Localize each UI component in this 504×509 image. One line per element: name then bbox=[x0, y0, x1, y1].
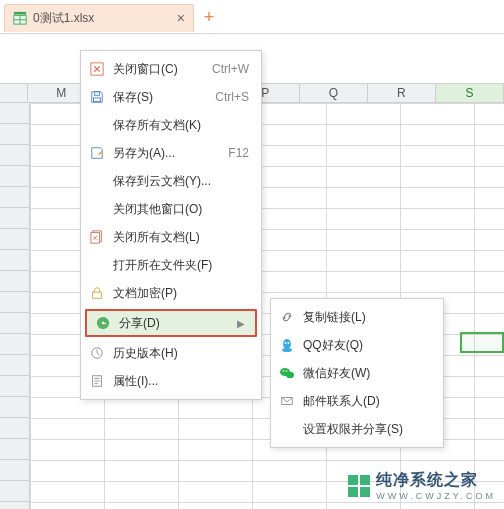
submenu-item-qq[interactable]: QQ好友(Q) bbox=[271, 331, 443, 359]
submenu-item-permissions[interactable]: 设置权限并分享(S) bbox=[271, 415, 443, 443]
tab-bar: 0测试1.xlsx × + bbox=[0, 0, 504, 34]
document-tab[interactable]: 0测试1.xlsx × bbox=[4, 4, 194, 32]
watermark-logo-icon bbox=[348, 475, 370, 497]
menu-label: 关闭窗口(C) bbox=[113, 61, 204, 78]
save-as-icon bbox=[89, 145, 105, 161]
submenu-item-mail[interactable]: 邮件联系人(D) bbox=[271, 387, 443, 415]
save-icon bbox=[89, 89, 105, 105]
menu-item-save-cloud[interactable]: 保存到云文档(Y)... bbox=[81, 167, 261, 195]
svg-point-16 bbox=[283, 339, 291, 349]
svg-point-18 bbox=[285, 342, 287, 344]
watermark-brand: 纯净系统之家 bbox=[376, 470, 496, 491]
svg-rect-6 bbox=[94, 98, 101, 102]
menu-item-close-window[interactable]: 关闭窗口(C) Ctrl+W bbox=[81, 55, 261, 83]
menu-item-close-all[interactable]: 关闭所有文档(L) bbox=[81, 223, 261, 251]
menu-item-close-others[interactable]: 关闭其他窗口(O) bbox=[81, 195, 261, 223]
active-cell-outline bbox=[460, 332, 504, 353]
menu-label: 微信好友(W) bbox=[303, 365, 435, 382]
menu-label: 属性(I)... bbox=[113, 373, 253, 390]
tab-title: 0测试1.xlsx bbox=[33, 10, 171, 27]
menu-label: 设置权限并分享(S) bbox=[303, 421, 435, 438]
new-tab-button[interactable]: + bbox=[200, 8, 218, 26]
row-headers bbox=[0, 103, 30, 509]
select-all-corner[interactable] bbox=[0, 84, 28, 102]
menu-label: 保存(S) bbox=[113, 89, 207, 106]
history-icon bbox=[89, 345, 105, 361]
menu-label: 关闭所有文档(L) bbox=[113, 229, 253, 246]
menu-item-properties[interactable]: 属性(I)... bbox=[81, 367, 261, 395]
menu-label: 历史版本(H) bbox=[113, 345, 253, 362]
link-icon bbox=[279, 309, 295, 325]
mail-icon bbox=[279, 393, 295, 409]
watermark-url: WWW.CWJZY.COM bbox=[376, 491, 496, 501]
svg-point-17 bbox=[282, 348, 292, 352]
svg-point-19 bbox=[288, 342, 290, 344]
menu-item-save-all[interactable]: 保存所有文档(K) bbox=[81, 111, 261, 139]
svg-point-21 bbox=[286, 372, 294, 378]
svg-rect-9 bbox=[93, 292, 102, 298]
svg-rect-0 bbox=[14, 12, 26, 15]
menu-accelerator: Ctrl+W bbox=[212, 62, 253, 76]
menu-label: 文档加密(P) bbox=[113, 285, 253, 302]
submenu-item-wechat[interactable]: 微信好友(W) bbox=[271, 359, 443, 387]
share-icon bbox=[95, 315, 111, 331]
svg-rect-5 bbox=[94, 92, 99, 96]
tab-context-menu: 关闭窗口(C) Ctrl+W 保存(S) Ctrl+S 保存所有文档(K) 另存… bbox=[80, 50, 262, 400]
menu-item-share[interactable]: 分享(D) ▶ bbox=[85, 309, 257, 337]
close-all-icon bbox=[89, 229, 105, 245]
menu-label: 另存为(A)... bbox=[113, 145, 220, 162]
submenu-arrow-icon: ▶ bbox=[237, 318, 247, 329]
menu-item-encrypt[interactable]: 文档加密(P) bbox=[81, 279, 261, 307]
menu-label: 打开所在文件夹(F) bbox=[113, 257, 253, 274]
watermark: 纯净系统之家 WWW.CWJZY.COM bbox=[348, 470, 496, 501]
col-header[interactable]: Q bbox=[300, 84, 368, 102]
menu-label: 复制链接(L) bbox=[303, 309, 435, 326]
svg-point-22 bbox=[283, 370, 285, 372]
close-x-icon bbox=[89, 61, 105, 77]
col-header-selected[interactable]: S bbox=[436, 84, 504, 102]
submenu-item-copy-link[interactable]: 复制链接(L) bbox=[271, 303, 443, 331]
spreadsheet-file-icon bbox=[13, 11, 27, 25]
menu-item-save-as[interactable]: 另存为(A)... F12 bbox=[81, 139, 261, 167]
properties-icon bbox=[89, 373, 105, 389]
menu-label: 关闭其他窗口(O) bbox=[113, 201, 253, 218]
lock-icon bbox=[89, 285, 105, 301]
menu-item-history[interactable]: 历史版本(H) bbox=[81, 339, 261, 367]
menu-item-open-folder[interactable]: 打开所在文件夹(F) bbox=[81, 251, 261, 279]
share-submenu: 复制链接(L) QQ好友(Q) 微信好友(W) 邮件联系人(D) 设置权限并分享… bbox=[270, 298, 444, 448]
svg-point-23 bbox=[286, 370, 288, 372]
qq-icon bbox=[279, 337, 295, 353]
menu-label: QQ好友(Q) bbox=[303, 337, 435, 354]
menu-label: 邮件联系人(D) bbox=[303, 393, 435, 410]
menu-accelerator: F12 bbox=[228, 146, 253, 160]
menu-label: 保存所有文档(K) bbox=[113, 117, 253, 134]
menu-label: 保存到云文档(Y)... bbox=[113, 173, 253, 190]
menu-label: 分享(D) bbox=[119, 315, 229, 332]
tab-close-button[interactable]: × bbox=[177, 11, 185, 25]
menu-item-save[interactable]: 保存(S) Ctrl+S bbox=[81, 83, 261, 111]
wechat-icon bbox=[279, 365, 295, 381]
menu-accelerator: Ctrl+S bbox=[215, 90, 253, 104]
col-header[interactable]: R bbox=[368, 84, 436, 102]
